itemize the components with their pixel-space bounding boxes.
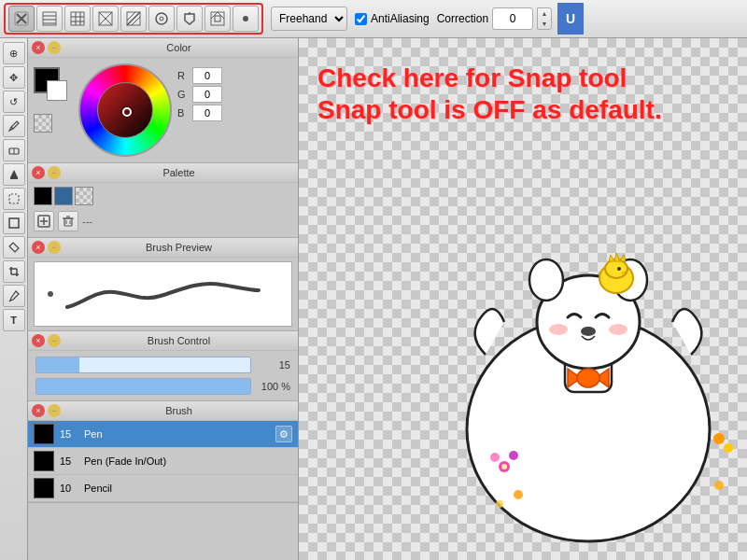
palette-delete-button[interactable] — [58, 211, 78, 231]
tool-pen[interactable] — [3, 115, 25, 137]
antialias-area: AntiAliasing — [355, 12, 430, 25]
spin-up-button[interactable]: ▲ — [538, 8, 551, 19]
toolbar: Freehand AntiAliasing Correction ▲ ▼ U — [0, 0, 747, 38]
left-tool-strip: ⊕ ✥ ↺ T — [0, 38, 28, 560]
g-input[interactable] — [192, 86, 222, 103]
palette-panel-close[interactable]: × — [32, 166, 45, 179]
brush-item-pen[interactable]: 15 Pen ⚙ — [28, 421, 298, 448]
side-panel: × − Color — [28, 38, 299, 560]
correction-input[interactable] — [492, 7, 533, 30]
background-color-swatch[interactable] — [47, 80, 67, 101]
svg-line-27 — [11, 127, 13, 129]
palette-actions: --- — [34, 209, 292, 233]
brush-swatch-pen — [34, 424, 54, 444]
tool-zoom[interactable]: ⊕ — [3, 42, 25, 64]
svg-rect-22 — [211, 12, 224, 25]
svg-point-53 — [581, 327, 596, 336]
u-button[interactable]: U — [557, 3, 584, 35]
diagonal-button[interactable] — [120, 6, 147, 32]
palette-new-button[interactable] — [34, 211, 54, 231]
brush-item-pencil[interactable]: 10 Pencil — [28, 475, 298, 502]
tool-rotate[interactable]: ↺ — [3, 91, 25, 113]
color-wheel[interactable] — [78, 63, 172, 157]
brush-preview-stroke — [63, 272, 268, 318]
svg-point-19 — [156, 13, 167, 24]
brush-control-section: × − Brush Control 15 100 % — [28, 331, 298, 401]
tool-text[interactable]: T — [3, 309, 25, 331]
palette-panel-title: Palette — [63, 167, 294, 178]
svg-rect-32 — [9, 218, 19, 228]
palette-swatch-transparent[interactable] — [75, 187, 93, 205]
r-input[interactable] — [192, 67, 222, 84]
svg-rect-7 — [71, 12, 84, 25]
brush-swatch-pen-fade — [34, 451, 54, 471]
tool-transform[interactable] — [3, 236, 25, 259]
palette-panel-min[interactable]: − — [48, 166, 61, 179]
g-label: G — [177, 89, 189, 100]
circle-button[interactable] — [148, 6, 175, 32]
lasso-button[interactable] — [176, 6, 203, 32]
brush-name-pencil: Pencil — [84, 483, 292, 494]
canvas-drawing — [430, 168, 747, 560]
svg-rect-25 — [215, 16, 220, 21]
color-panel-min[interactable]: − — [48, 41, 61, 54]
tool-eyedropper[interactable] — [3, 285, 25, 307]
color-section: × − Color — [28, 38, 298, 163]
tool-move[interactable]: ✥ — [3, 66, 25, 89]
transparent-swatch[interactable] — [34, 114, 52, 133]
brush-list-header-row: × − Brush — [28, 401, 298, 421]
color-panel-close[interactable]: × — [32, 41, 45, 54]
brush-preview-min[interactable]: − — [48, 241, 61, 254]
main-area: ⊕ ✥ ↺ T × — [0, 38, 747, 560]
svg-point-57 — [617, 267, 621, 271]
spin-down-button[interactable]: ▼ — [538, 19, 551, 29]
opacity-slider[interactable] — [35, 378, 251, 395]
brush-list-close[interactable]: × — [32, 404, 45, 417]
correction-spinner[interactable]: ▲ ▼ — [537, 7, 552, 30]
brush-size-pencil: 10 — [60, 483, 78, 494]
grid-button[interactable] — [64, 6, 91, 32]
tool-crop[interactable] — [3, 260, 25, 283]
color-picker-handle[interactable] — [122, 107, 132, 117]
svg-point-20 — [160, 17, 163, 21]
svg-point-61 — [501, 464, 507, 469]
brush-swatch-pencil — [34, 478, 54, 498]
brush-preview-header: × − Brush Preview — [28, 238, 298, 258]
correction-area: Correction ▲ ▼ — [437, 7, 552, 30]
freehand-dropdown[interactable]: Freehand — [271, 7, 347, 31]
brush-preview-canvas — [34, 261, 292, 327]
brush-control-header: × − Brush Control — [28, 331, 298, 351]
tool-fill[interactable] — [3, 163, 25, 186]
svg-rect-31 — [9, 194, 19, 203]
canvas-area[interactable]: Check here for Snap tool Snap tool is OF… — [299, 38, 747, 560]
dot-button[interactable] — [233, 6, 259, 32]
hatch-button[interactable] — [36, 6, 63, 32]
brush-item-pen-fade[interactable]: 15 Pen (Fade In/Out) — [28, 448, 298, 475]
size-slider[interactable] — [35, 357, 251, 373]
brush-name-pen: Pen — [84, 428, 270, 440]
brush-preview-close[interactable]: × — [32, 241, 45, 254]
snap-off-button[interactable] — [8, 6, 35, 32]
brush-control-close[interactable]: × — [32, 334, 45, 347]
brush-settings-button[interactable]: ⚙ — [275, 426, 292, 442]
tool-eraser[interactable] — [3, 139, 25, 161]
tool-select[interactable] — [3, 188, 25, 210]
brush-control-min[interactable]: − — [48, 334, 61, 347]
brush-preview-dot — [48, 291, 53, 297]
crosshatch-button[interactable] — [92, 6, 119, 32]
palette-swatch-blue[interactable] — [54, 187, 73, 205]
color-panel-header: × − Color — [28, 38, 298, 58]
svg-point-66 — [714, 481, 724, 490]
size-slider-row: 15 — [35, 357, 290, 373]
svg-line-17 — [127, 12, 135, 21]
palette-panel-header: × − Palette — [28, 163, 298, 183]
b-input[interactable] — [192, 105, 222, 121]
perspective-button[interactable] — [204, 6, 231, 32]
tool-shape[interactable] — [3, 212, 25, 234]
palette-swatch-black[interactable] — [34, 187, 52, 205]
svg-point-64 — [514, 490, 523, 499]
antialias-checkbox[interactable] — [355, 13, 367, 25]
svg-point-49 — [529, 259, 563, 301]
correction-label: Correction — [437, 12, 488, 25]
brush-list-min[interactable]: − — [48, 404, 61, 417]
